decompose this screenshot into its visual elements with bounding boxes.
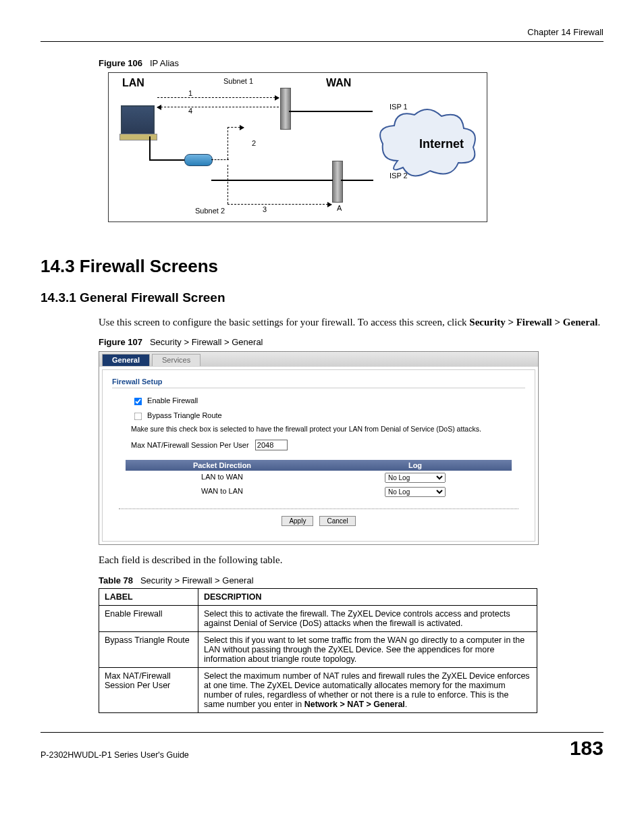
- table-row: LAN to WAN No Log: [126, 471, 512, 485]
- firewall-general-screenshot: General Services Firewall Setup Enable F…: [99, 351, 539, 545]
- wire-r2-isp2: [341, 180, 373, 181]
- row1-label: Bypass Triangle Route: [99, 631, 198, 667]
- description-table: LABEL DESCRIPTION Enable Firewall Select…: [99, 588, 537, 713]
- table-78-caption: Table 78 Security > Firewall > General: [99, 575, 603, 585]
- wan-label: WAN: [326, 77, 351, 89]
- row2-label: Max NAT/Firewall Session Per User: [99, 667, 198, 712]
- num4-label: 4: [188, 107, 192, 115]
- table-78-label: Table 78: [99, 575, 133, 585]
- hub-icon: [184, 154, 213, 166]
- figure-106-label: Figure 106: [99, 58, 142, 68]
- apply-button[interactable]: Apply: [281, 516, 313, 526]
- th-description: DESCRIPTION: [198, 588, 537, 605]
- dos-note: Make sure this check box is selected to …: [131, 425, 525, 433]
- enable-firewall-checkbox[interactable]: [134, 398, 142, 406]
- intro-paragraph: Use this screen to configure the basic s…: [99, 315, 603, 329]
- numA-label: A: [337, 204, 342, 212]
- chapter-header: Chapter 14 Firewall: [41, 27, 603, 42]
- row0-desc: Select this to activate the firewall. Th…: [198, 605, 537, 631]
- tab-general[interactable]: General: [102, 354, 150, 366]
- table-row: Max NAT/Firewall Session Per User Select…: [99, 667, 537, 712]
- dash-3h: [227, 204, 331, 205]
- session-per-user-input[interactable]: [255, 440, 288, 450]
- intro-text-1: Use this screen to configure the basic s…: [99, 317, 469, 328]
- firewall-setup-title: Firewall Setup: [112, 375, 525, 388]
- table-78-title: Security > Firewall > General: [140, 575, 254, 585]
- wire-pc-hub-h: [149, 159, 184, 161]
- packet-table-header: Packet Direction Log: [126, 460, 512, 471]
- row2-direction: WAN to LAN: [126, 487, 319, 497]
- figure-107-title: Security > Firewall > General: [150, 337, 263, 347]
- page-footer: P-2302HWUDL-P1 Series User's Guide 183: [41, 732, 603, 760]
- hdr-packet-direction: Packet Direction: [126, 460, 319, 471]
- num3-label: 3: [263, 205, 267, 213]
- tab-services[interactable]: Services: [152, 354, 200, 366]
- num2-label: 2: [252, 139, 256, 147]
- table-row: Enable Firewall Select this to activate …: [99, 605, 537, 631]
- intro-text-2: .: [597, 317, 600, 328]
- figure-106-title: IP Alias: [150, 58, 179, 68]
- wire-pc-hub-v: [149, 136, 151, 159]
- dash-3v: [227, 165, 228, 204]
- lan-label: LAN: [122, 77, 144, 89]
- figure-106-caption: Figure 106 IP Alias: [99, 58, 603, 68]
- dash-2h-bot: [211, 159, 229, 160]
- tab-bar: General Services: [99, 352, 538, 367]
- table-row: WAN to LAN No Log: [126, 485, 512, 499]
- after-figure-text: Each field is described in the following…: [99, 553, 603, 567]
- bypass-triangle-checkbox[interactable]: [134, 413, 142, 421]
- divider: [119, 509, 518, 509]
- section-heading: 14.3 Firewall Screens: [41, 256, 603, 277]
- table-row: Bypass Triangle Route Select this if you…: [99, 631, 537, 667]
- row1-direction: LAN to WAN: [126, 473, 319, 483]
- th-label: LABEL: [99, 588, 198, 605]
- num1-label: 1: [188, 89, 192, 97]
- row2-log-select[interactable]: No Log: [385, 487, 446, 497]
- wire-hub-r2: [211, 180, 333, 181]
- figure-107-caption: Figure 107 Security > Firewall > General: [99, 337, 603, 347]
- ip-alias-diagram: LAN WAN Subnet 1 Subnet 2 ISP 1 ISP 2 1 …: [108, 72, 487, 222]
- footer-guide-name: P-2302HWUDL-P1 Series User's Guide: [41, 750, 189, 760]
- dash-2v: [227, 127, 228, 159]
- arrow-dash-4: [157, 107, 279, 107]
- cancel-button[interactable]: Cancel: [319, 516, 355, 526]
- gateway2-icon: [332, 161, 343, 203]
- bypass-triangle-label: Bypass Triangle Route: [147, 412, 222, 420]
- arrow-dash-1: [157, 97, 279, 98]
- pc-icon: [121, 105, 155, 135]
- subsection-heading: 14.3.1 General Firewall Screen: [41, 290, 603, 305]
- row1-log-select[interactable]: No Log: [385, 473, 446, 483]
- row2-desc: Select the maximum number of NAT rules a…: [198, 667, 537, 712]
- internet-label: Internet: [419, 137, 464, 151]
- figure-107-label: Figure 107: [99, 337, 142, 347]
- subnet1-label: Subnet 1: [223, 77, 253, 85]
- wire-r1-isp1: [289, 111, 373, 112]
- subnet2-label: Subnet 2: [195, 207, 225, 215]
- enable-firewall-label: Enable Firewall: [147, 397, 198, 405]
- row1-desc: Select this if you want to let some traf…: [198, 631, 537, 667]
- intro-text-bold: Security > Firewall > General: [469, 317, 597, 328]
- row0-label: Enable Firewall: [99, 605, 198, 631]
- session-label: Max NAT/Firewall Session Per User: [131, 441, 249, 449]
- hdr-log: Log: [319, 460, 512, 471]
- gateway-icon: [280, 88, 291, 130]
- dash-2h-top: [227, 127, 244, 128]
- footer-page-number: 183: [570, 737, 603, 760]
